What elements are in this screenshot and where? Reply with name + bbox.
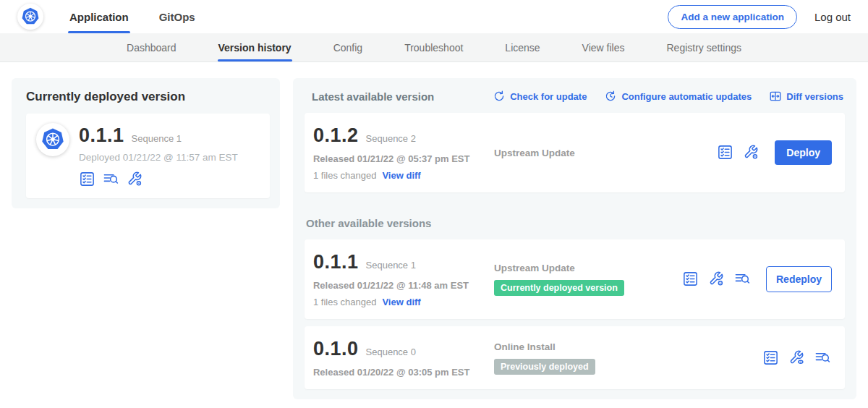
files-changed-label: 1 files changed [313, 170, 376, 181]
version-info: 0.1.1 Sequence 1 Released 01/21/22 @ 11:… [313, 251, 494, 307]
previously-deployed-badge: Previously deployed [494, 359, 595, 375]
tab-gitops[interactable]: GitOps [158, 0, 197, 33]
deployed-sequence-label: Sequence 1 [132, 133, 182, 144]
top-navbar: Application GitOps Add a new application… [0, 0, 868, 33]
version-actions: Deploy [717, 140, 832, 165]
diff-versions-label: Diff versions [786, 91, 843, 102]
preflight-checklist-icon[interactable] [762, 349, 780, 367]
update-actions: Check for update Configure automatic upd… [493, 90, 843, 103]
version-number: 0.1.1 [313, 251, 359, 273]
files-changed-label: 1 files changed [313, 297, 376, 307]
tab-registry-settings[interactable]: Registry settings [666, 33, 742, 61]
tab-license[interactable]: License [504, 33, 540, 61]
version-number: 0.1.0 [313, 338, 359, 360]
version-actions: Redeploy [682, 266, 832, 292]
deploy-button[interactable]: Deploy [775, 140, 832, 165]
tab-dashboard[interactable]: Dashboard [126, 33, 177, 61]
latest-version-title: Latest available version [312, 90, 434, 103]
deployed-timestamp: Deployed 01/21/22 @ 11:57 am EST [79, 152, 238, 163]
released-timestamp: Released 01/20/22 @ 03:05 pm EST [313, 367, 494, 378]
logs-magnifier-icon[interactable] [103, 171, 120, 188]
kubernetes-logo-icon [40, 127, 66, 153]
view-diff-link[interactable]: View diff [382, 297, 420, 307]
wrench-gear-icon[interactable] [743, 144, 760, 161]
check-for-update-button[interactable]: Check for update [493, 90, 587, 103]
wrench-eye-icon[interactable] [788, 349, 806, 367]
released-timestamp: Released 01/21/22 @ 05:37 pm EST [313, 153, 494, 164]
version-actions [762, 349, 832, 367]
version-card-0-1-1: 0.1.1 Sequence 1 Released 01/21/22 @ 11:… [305, 239, 845, 319]
preflight-checklist-icon[interactable] [682, 271, 699, 288]
version-history-panel: Latest available version Check for updat… [293, 78, 856, 399]
tab-version-history[interactable]: Version history [218, 33, 292, 61]
deployed-version-number: 0.1.1 [79, 124, 124, 147]
currently-deployed-panel: Currently deployed version [12, 78, 280, 208]
view-diff-link[interactable]: View diff [382, 170, 420, 181]
deployed-version-card: 0.1.1 Sequence 1 Deployed 01/21/22 @ 11:… [26, 114, 270, 198]
logout-button[interactable]: Log out [814, 11, 851, 23]
main-content: Currently deployed version [0, 62, 868, 408]
topnav-tabs: Application GitOps [68, 0, 197, 33]
version-card-0-1-0: 0.1.0 Sequence 0 Released 01/20/22 @ 03:… [305, 326, 845, 389]
wrench-gear-icon[interactable] [127, 171, 144, 188]
logs-magnifier-icon[interactable] [734, 271, 752, 288]
logs-magnifier-icon[interactable] [814, 349, 832, 367]
version-card-0-1-2: 0.1.2 Sequence 2 Released 01/21/22 @ 05:… [305, 113, 845, 192]
app-subnav: Dashboard Version history Config Trouble… [0, 33, 868, 62]
source-label: Upstream Update [494, 263, 682, 273]
deployed-app-logo [36, 123, 69, 156]
configure-automatic-updates-label: Configure automatic updates [621, 91, 752, 102]
version-number: 0.1.2 [313, 124, 359, 147]
deployed-version-info: 0.1.1 Sequence 1 Deployed 01/21/22 @ 11:… [79, 123, 238, 188]
version-source: Online Install Previously deployed [494, 341, 682, 375]
version-info: 0.1.2 Sequence 2 Released 01/21/22 @ 05:… [313, 124, 494, 181]
other-versions-title: Other available versions [306, 217, 845, 229]
split-compare-icon [769, 90, 782, 103]
app-logo [17, 4, 43, 30]
version-source: Upstream Update Currently deployed versi… [494, 263, 682, 296]
latest-version-header: Latest available version Check for updat… [312, 90, 843, 103]
tab-config[interactable]: Config [333, 33, 363, 61]
tab-application[interactable]: Application [68, 0, 130, 33]
circular-arrow-icon [493, 90, 506, 103]
tab-troubleshoot[interactable]: Troubleshoot [404, 33, 464, 61]
currently-deployed-badge: Currently deployed version [494, 280, 624, 296]
released-timestamp: Released 01/21/22 @ 11:48 am EST [313, 280, 494, 291]
sequence-label: Sequence 2 [366, 133, 416, 144]
source-label: Online Install [494, 341, 682, 352]
preflight-checklist-icon[interactable] [79, 171, 96, 188]
topnav-right: Add a new application Log out [668, 5, 851, 29]
version-source: Upstream Update [494, 148, 682, 158]
source-label: Upstream Update [494, 148, 682, 158]
kubernetes-logo-icon [20, 7, 41, 27]
tab-view-files[interactable]: View files [582, 33, 626, 61]
version-info: 0.1.0 Sequence 0 Released 01/20/22 @ 03:… [313, 338, 494, 378]
preflight-checklist-icon[interactable] [717, 144, 734, 161]
sequence-label: Sequence 0 [366, 347, 416, 357]
sequence-label: Sequence 1 [366, 260, 416, 271]
clock-refresh-icon [604, 90, 617, 103]
add-new-application-button[interactable]: Add a new application [668, 5, 797, 29]
deployed-panel-title: Currently deployed version [26, 90, 270, 104]
redeploy-button[interactable]: Redeploy [766, 266, 832, 292]
check-for-update-label: Check for update [510, 91, 587, 102]
configure-automatic-updates-button[interactable]: Configure automatic updates [604, 90, 752, 103]
diff-versions-button[interactable]: Diff versions [769, 90, 843, 103]
wrench-gear-icon[interactable] [708, 271, 726, 288]
